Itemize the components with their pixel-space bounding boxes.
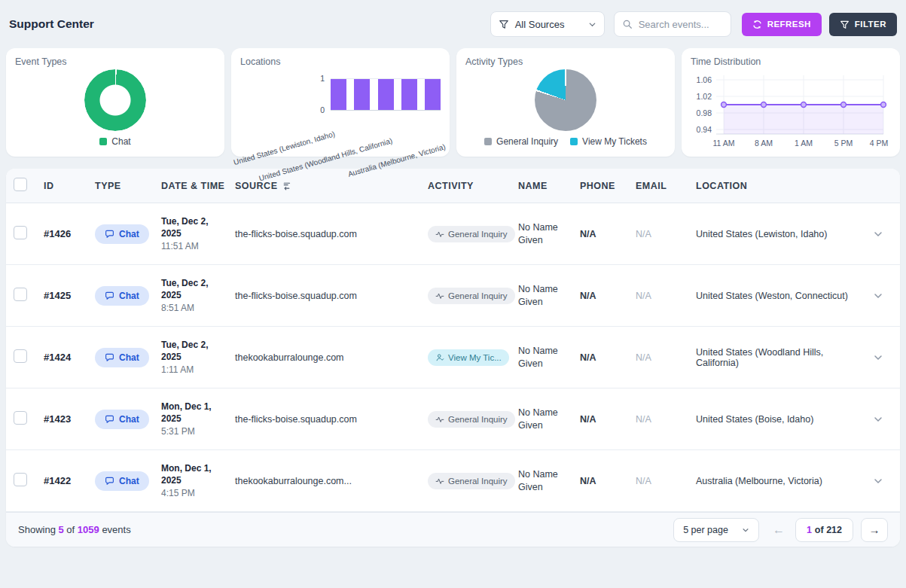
event-source: the-flicks-boise.squadup.com — [235, 414, 428, 425]
chevron-down-icon — [873, 476, 883, 486]
time-xtick-2: 8 AM — [755, 139, 773, 148]
col-header-datetime: DATE & TIME — [161, 181, 235, 191]
col-header-source[interactable]: SOURCE — [235, 181, 428, 191]
time-xtick-3: 1 AM — [795, 139, 813, 148]
row-checkbox[interactable] — [14, 473, 27, 486]
event-location: United States (Lewiston, Idaho) — [696, 229, 864, 239]
time-ytick-1: 1.06 — [697, 75, 712, 84]
bar — [331, 79, 346, 110]
sources-dropdown[interactable]: All Sources — [490, 11, 605, 37]
table-row[interactable]: #1424 Chat Tue, Dec 2, 20251:11 AM theko… — [6, 327, 900, 388]
type-badge: Chat — [95, 471, 149, 491]
refresh-icon — [752, 20, 762, 29]
time-xtick-5: 4 PM — [870, 139, 889, 148]
filter-button[interactable]: FILTER — [829, 13, 897, 36]
time-ytick-3: 0.98 — [697, 108, 712, 117]
table-header-row: ID TYPE DATE & TIME SOURCE ACTIVITY NAME… — [6, 169, 900, 203]
legend-label-general-inquiry: General Inquiry — [496, 136, 558, 147]
per-page-value: 5 per page — [683, 525, 728, 535]
time-distribution-title: Time Distribution — [691, 56, 891, 67]
time-xtick-1: 11 AM — [713, 139, 735, 148]
event-source: thekookaburralounge.com — [235, 352, 428, 363]
event-source: the-flicks-boise.squadup.com — [235, 229, 428, 239]
legend-item-chat: Chat — [99, 136, 130, 147]
col-header-activity: ACTIVITY — [428, 181, 518, 191]
search-input[interactable] — [639, 19, 723, 30]
chat-bubble-icon — [105, 229, 114, 239]
select-all-checkbox[interactable] — [14, 178, 27, 191]
time-distribution-line-chart: 1.06 1.02 0.98 0.94 11 AM 8 AM 1 AM 5 PM… — [689, 71, 891, 151]
activity-types-pie-chart — [535, 69, 596, 131]
refresh-button-label: REFRESH — [767, 20, 811, 29]
legend-label-chat: Chat — [111, 136, 130, 147]
showing-count: 5 — [59, 524, 64, 535]
col-header-id: ID — [44, 181, 95, 191]
time-distribution-card: Time Distribution 1.06 1.02 0.98 — [682, 48, 900, 157]
event-location: United States (Boise, Idaho) — [696, 414, 864, 425]
type-badge: Chat — [95, 286, 149, 306]
event-id: #1422 — [44, 475, 95, 486]
table-row[interactable]: #1425 Chat Tue, Dec 2, 20258:51 AM the-f… — [6, 265, 900, 327]
locations-title: Locations — [240, 56, 441, 67]
event-email: N/A — [636, 414, 696, 425]
showing-events-text: Showing 5 of 1059 events — [18, 524, 131, 535]
expand-row-button[interactable] — [864, 291, 900, 301]
row-checkbox[interactable] — [14, 349, 27, 363]
event-email: N/A — [636, 352, 696, 363]
event-phone: N/A — [580, 414, 636, 425]
event-name: No Name Given — [518, 283, 580, 309]
row-checkbox[interactable] — [14, 411, 27, 425]
col-header-source-label: SOURCE — [235, 181, 277, 191]
person-icon — [435, 353, 444, 362]
activity-pulse-icon — [435, 477, 444, 486]
legend-swatch-general-inquiry — [484, 138, 492, 145]
chat-bubble-icon — [105, 476, 114, 486]
showing-of: of — [66, 524, 75, 535]
event-name: No Name Given — [518, 468, 580, 494]
event-date: Mon, Dec 1, 2025 — [161, 401, 221, 425]
locations-bar-chart — [331, 78, 441, 111]
event-id: #1423 — [44, 413, 95, 425]
event-time: 11:51 AM — [161, 241, 227, 251]
event-time: 8:51 AM — [161, 303, 227, 313]
refresh-button[interactable]: REFRESH — [742, 13, 822, 36]
activity-badge-label: View My Tic... — [448, 353, 502, 362]
type-badge: Chat — [95, 410, 149, 429]
per-page-select[interactable]: 5 per page — [673, 518, 759, 542]
col-header-name: NAME — [518, 181, 580, 191]
activity-badge-label: General Inquiry — [448, 477, 508, 486]
type-badge-label: Chat — [119, 291, 139, 301]
activity-pulse-icon — [435, 415, 444, 424]
row-checkbox[interactable] — [14, 226, 27, 239]
arrow-right-icon: → — [869, 523, 880, 536]
filter-button-label: FILTER — [855, 20, 886, 29]
legend-swatch-view-my-tickets — [570, 138, 578, 145]
next-page-button[interactable]: → — [861, 518, 888, 542]
event-id: #1425 — [44, 290, 95, 301]
sort-icon[interactable] — [282, 181, 291, 190]
activity-types-title: Activity Types — [465, 56, 666, 67]
table-row[interactable]: #1423 Chat Mon, Dec 1, 20255:31 PM the-f… — [6, 388, 900, 450]
activity-badge-label: General Inquiry — [448, 230, 508, 239]
event-email: N/A — [636, 229, 696, 239]
current-page: 1 — [807, 525, 812, 535]
chart-cards-row: Event Types Chat Locations 1 0 United St… — [0, 48, 906, 157]
search-box — [614, 11, 731, 37]
chevron-down-icon — [873, 291, 883, 301]
type-badge-label: Chat — [119, 476, 139, 486]
col-header-phone: PHONE — [580, 181, 636, 191]
table-row[interactable]: #1426 Chat Tue, Dec 2, 202511:51 AM the-… — [6, 203, 900, 265]
expand-row-button[interactable] — [864, 414, 900, 425]
expand-row-button[interactable] — [864, 229, 900, 239]
filter-funnel-icon — [840, 20, 850, 29]
expand-row-button[interactable] — [864, 476, 900, 486]
row-checkbox[interactable] — [14, 288, 27, 301]
type-badge-label: Chat — [119, 229, 139, 239]
table-row[interactable]: #1422 Chat Mon, Dec 1, 20254:15 PM theko… — [6, 450, 900, 512]
time-ytick-2: 1.02 — [697, 92, 712, 101]
activity-types-card: Activity Types General Inquiry View My T… — [456, 48, 675, 157]
activity-badge: General Inquiry — [428, 288, 515, 304]
event-time: 5:31 PM — [161, 426, 227, 437]
previous-page-button[interactable]: ← — [773, 523, 785, 537]
expand-row-button[interactable] — [864, 352, 900, 363]
